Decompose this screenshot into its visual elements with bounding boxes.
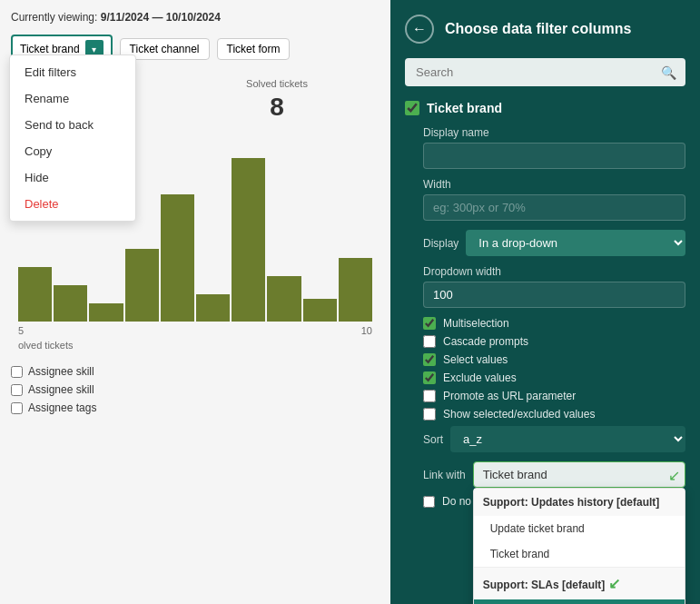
left-panel: Currently viewing: 9/11/2024 — 10/10/202…	[0, 0, 390, 604]
display-row: Display In a drop-down	[405, 230, 685, 256]
ticket-brand-section-header: Ticket brand	[405, 101, 685, 115]
display-name-group: Display name	[405, 126, 685, 169]
multiselection-row: Multiselection	[405, 317, 685, 330]
assignee-tags-checkbox[interactable]	[11, 402, 23, 414]
promote-url-row: Promote as URL parameter	[405, 390, 685, 402]
dropdown-width-label: Dropdown width	[423, 265, 685, 278]
support-slas-group: Support: SLAs [default] ↙ Ticket brand	[474, 568, 685, 604]
select-values-checkbox[interactable]	[423, 353, 436, 366]
width-label: Width	[423, 178, 685, 191]
menu-edit-filters[interactable]: Edit filters	[10, 59, 135, 85]
assignee-row-3: Assignee tags	[11, 401, 380, 414]
assignee-row-2: Assignee skill	[11, 383, 380, 396]
solved-tickets-block: Solved tickets 8	[174, 78, 380, 122]
solved-tickets-label: Solved tickets	[174, 78, 380, 89]
context-menu: Edit filters Rename Send to back Copy Hi…	[9, 54, 136, 222]
exclude-values-checkbox[interactable]	[423, 371, 436, 384]
assignee-rows: Assignee skill Assignee skill Assignee t…	[11, 365, 380, 414]
ticket-brand-label: Ticket brand	[20, 43, 80, 55]
bar-8	[267, 276, 301, 322]
link-with-input-wrap: ↙ Support: Updates history [default] Upd…	[473, 461, 685, 488]
display-name-label: Display name	[423, 126, 685, 139]
ticket-brand-section-label: Ticket brand	[427, 101, 502, 115]
select-values-label: Select values	[443, 353, 508, 366]
multiselection-checkbox[interactable]	[423, 317, 436, 330]
ticket-channel-label: Ticket channel	[130, 43, 200, 55]
assignee-skill-2-checkbox[interactable]	[11, 384, 23, 396]
sla-header-arrow: ↙	[608, 576, 620, 591]
support-updates-header: Support: Updates history [default]	[474, 489, 685, 516]
date-range-value: 9/11/2024 — 10/10/2024	[101, 11, 221, 24]
display-label: Display	[423, 237, 458, 250]
solved-tickets-value: 8	[174, 93, 380, 122]
update-ticket-brand-item[interactable]: Update ticket brand	[474, 516, 685, 541]
right-panel: ← Choose data filter columns 🔍 Ticket br…	[390, 0, 700, 604]
bar-3	[89, 303, 123, 322]
chart-legend: olved tickets	[11, 340, 380, 351]
back-button[interactable]: ←	[405, 15, 434, 44]
cascade-prompts-label: Cascade prompts	[443, 335, 528, 348]
promote-url-label: Promote as URL parameter	[443, 390, 576, 402]
width-input[interactable]	[423, 194, 685, 221]
axis-label-10: 10	[361, 325, 372, 336]
dropdown-width-group: Dropdown width	[405, 265, 685, 308]
width-group: Width	[405, 178, 685, 221]
stats-area: Solved tickets 8	[174, 78, 380, 122]
panel-title: Choose data filter columns	[445, 21, 631, 37]
cascade-prompts-checkbox[interactable]	[423, 335, 436, 348]
exclude-values-row: Exclude values	[405, 371, 685, 384]
bar-4	[125, 249, 159, 322]
link-with-arrow-icon: ↙	[668, 466, 680, 483]
assignee-skill-1-label: Assignee skill	[28, 365, 94, 378]
sort-label: Sort	[423, 433, 443, 446]
show-selected-row: Show selected/excluded values	[405, 408, 685, 421]
menu-copy[interactable]: Copy	[10, 138, 135, 164]
axis-labels: 5 10	[11, 325, 380, 336]
link-with-dropdown: Support: Updates history [default] Updat…	[473, 488, 685, 604]
bar-6	[196, 294, 230, 322]
support-updates-group: Support: Updates history [default] Updat…	[474, 489, 685, 568]
assignee-row-1: Assignee skill	[11, 365, 380, 378]
show-selected-label: Show selected/excluded values	[443, 408, 595, 421]
display-name-input[interactable]	[423, 143, 685, 169]
ticket-form-label: Ticket form	[227, 43, 281, 55]
date-range-label: Currently viewing: 9/11/2024 — 10/10/202…	[11, 11, 380, 24]
promote-url-checkbox[interactable]	[423, 390, 436, 402]
do-not-label: Do no	[442, 495, 471, 508]
assignee-tags-label: Assignee tags	[28, 401, 96, 414]
assignee-skill-1-checkbox[interactable]	[11, 366, 23, 378]
do-not-checkbox[interactable]	[423, 496, 435, 508]
display-select[interactable]: In a drop-down	[466, 230, 685, 256]
back-icon: ←	[412, 21, 427, 37]
dropdown-width-input[interactable]	[423, 282, 685, 308]
search-input[interactable]	[405, 58, 685, 86]
sort-row: Sort a_z	[405, 426, 685, 452]
select-values-row: Select values	[405, 353, 685, 366]
sort-select[interactable]: a_z	[450, 426, 685, 452]
menu-send-to-back[interactable]: Send to back	[10, 112, 135, 138]
menu-hide[interactable]: Hide	[10, 164, 135, 191]
axis-label-5: 5	[18, 325, 24, 336]
bar-10	[339, 258, 372, 322]
ticket-form-filter-btn[interactable]: Ticket form	[217, 38, 291, 60]
search-box: 🔍	[405, 58, 685, 86]
link-with-input[interactable]	[473, 461, 685, 488]
menu-delete[interactable]: Delete	[10, 191, 135, 217]
assignee-skill-2-label: Assignee skill	[28, 383, 94, 396]
link-with-row: Link with ↙ Support: Updates history [de…	[405, 461, 685, 488]
menu-rename[interactable]: Rename	[10, 85, 135, 112]
right-panel-header: ← Choose data filter columns	[405, 15, 685, 44]
ticket-brand-item-2[interactable]: Ticket brand	[474, 599, 685, 604]
exclude-values-label: Exclude values	[443, 371, 517, 384]
ticket-brand-item-1[interactable]: Ticket brand	[474, 541, 685, 567]
bar-5	[161, 194, 194, 322]
show-selected-checkbox[interactable]	[423, 408, 436, 421]
cascade-prompts-row: Cascade prompts	[405, 335, 685, 348]
ticket-brand-checkbox[interactable]	[405, 101, 419, 115]
bar-2	[54, 285, 87, 322]
multiselection-label: Multiselection	[443, 317, 509, 330]
link-with-label: Link with	[423, 469, 466, 481]
support-slas-header: Support: SLAs [default] ↙	[474, 568, 685, 599]
bar-1	[18, 267, 52, 322]
search-icon: 🔍	[661, 65, 676, 80]
